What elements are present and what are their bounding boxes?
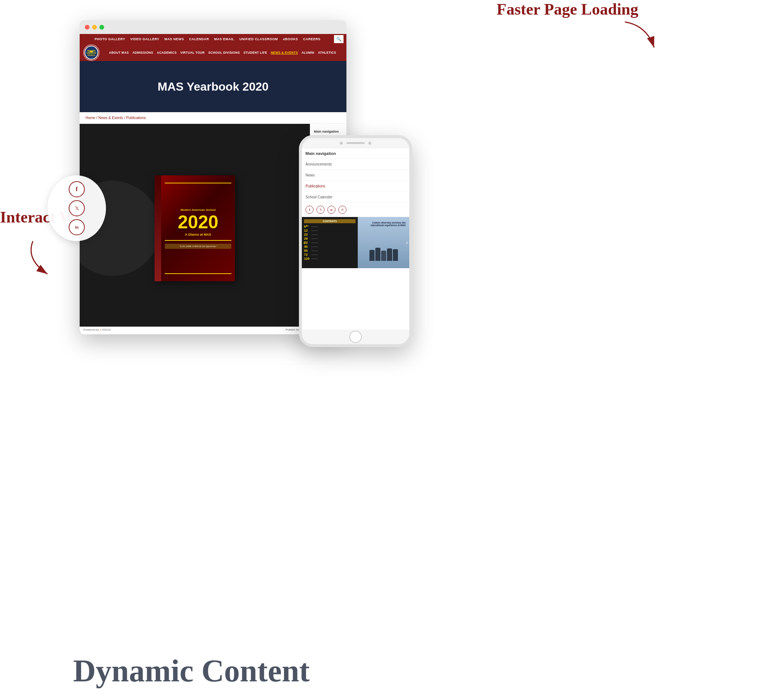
twitter-button[interactable]: 𝕏 bbox=[69, 200, 85, 216]
nav-admissions[interactable]: ADMISSIONS bbox=[132, 51, 153, 55]
nav-video-gallery[interactable]: VIDEO GALLERY bbox=[130, 37, 159, 41]
contents-row-9: 120 ───── bbox=[304, 257, 356, 261]
nav-school-divisions[interactable]: SCHOOL DIVISIONS bbox=[208, 51, 240, 55]
mobile-social-row: f 𝕏 in ✆ bbox=[302, 203, 409, 217]
yearbook-school-name: Modern American School bbox=[180, 208, 216, 211]
nav-ebooks[interactable]: eBOOKS bbox=[283, 37, 298, 41]
mobile-home-button[interactable] bbox=[349, 331, 362, 343]
nav-careers[interactable]: CAREERS bbox=[303, 37, 321, 41]
hero-title: MAS Yearbook 2020 bbox=[158, 80, 269, 94]
site-logo[interactable]: MODERN AMERICAN SCHOOL bbox=[83, 44, 100, 61]
main-nav-bar: MODERN AMERICAN SCHOOL ABOUT MAS ADMISSI… bbox=[80, 44, 346, 61]
nav-about-mas[interactable]: ABOUT MAS bbox=[109, 51, 129, 55]
search-icon: 🔍 bbox=[336, 36, 342, 42]
contents-row-7: 55 ───── bbox=[304, 249, 356, 252]
mobile-item-publications[interactable]: Publications bbox=[302, 181, 409, 192]
yearbook-year: 2020 bbox=[178, 213, 218, 231]
mobile-bottom-bar bbox=[302, 330, 409, 344]
sidebar-title: Main navigation bbox=[310, 128, 346, 136]
nav-academics[interactable]: ACADEMICS bbox=[157, 51, 177, 55]
yearbook-cover: Modern American School 2020 A Glance at … bbox=[155, 175, 235, 281]
mobile-device: Main navigation Announcements News Publi… bbox=[299, 135, 412, 347]
main-navigation: ABOUT MAS ADMISSIONS ACADEMICS VIRTUAL T… bbox=[102, 51, 344, 55]
nav-calendar[interactable]: CALENDAR bbox=[189, 37, 210, 41]
dynamic-content-label: Dynamic Content bbox=[73, 653, 310, 689]
mobile-whatsapp-button[interactable]: ✆ bbox=[338, 206, 346, 214]
mobile-next-button[interactable]: › bbox=[406, 239, 408, 246]
svg-text:SCHOOL: SCHOOL bbox=[88, 54, 95, 56]
mobile-prev-button[interactable]: ‹ bbox=[303, 239, 305, 246]
contents-row-8: 72 ───── bbox=[304, 253, 356, 256]
mobile-photo-caption: Culture diversity enriches the education… bbox=[358, 219, 408, 229]
yearbook-subtitle: A Glance at MAS bbox=[185, 233, 211, 236]
twitter-icon: 𝕏 bbox=[75, 205, 79, 211]
yearbook-quote: "In the middle of difficulty lies opport… bbox=[165, 244, 231, 249]
mobile-whatsapp-icon: ✆ bbox=[341, 208, 344, 211]
nav-athletics[interactable]: ATHLETICS bbox=[318, 51, 336, 55]
mobile-item-news[interactable]: News bbox=[302, 170, 409, 181]
faster-arrow bbox=[603, 18, 676, 62]
facebook-icon: f bbox=[76, 186, 77, 192]
nav-news-events[interactable]: NEWS & EVENTS bbox=[271, 51, 298, 55]
search-button[interactable]: 🔍 bbox=[334, 35, 344, 43]
breadcrumb-publications: Publications bbox=[126, 116, 146, 120]
hero-section: MAS Yearbook 2020 bbox=[80, 61, 346, 112]
nav-photo-gallery[interactable]: PHOTO GALLERY bbox=[95, 37, 125, 41]
faster-page-loading-label: Faster Page Loading bbox=[497, 0, 638, 19]
interact-arrow bbox=[18, 238, 77, 281]
mobile-twitter-button[interactable]: 𝕏 bbox=[316, 206, 325, 214]
minimize-dot[interactable] bbox=[92, 25, 97, 30]
breadcrumb-home[interactable]: Home bbox=[86, 116, 95, 120]
mobile-content-area: Main navigation Announcements News Publi… bbox=[302, 148, 409, 330]
breadcrumb: Home / News & Events / Publications bbox=[80, 112, 346, 124]
contents-row-1: 6⁴³ ───── bbox=[304, 225, 356, 228]
mobile-camera bbox=[340, 142, 343, 145]
contents-row-6: 46 ───── bbox=[304, 245, 356, 248]
nav-alumni[interactable]: ALUMNI bbox=[302, 51, 314, 55]
yearbook-section: Modern American School 2020 A Glance at … bbox=[80, 124, 310, 333]
issuu-footer: Powered by ● ISSUU Publish for Free bbox=[80, 327, 310, 333]
nav-mas-email[interactable]: MAS EMAIL bbox=[214, 37, 234, 41]
mobile-camera-2 bbox=[368, 142, 371, 145]
browser-titlebar bbox=[80, 20, 346, 34]
nav-unified-classroom[interactable]: UNIFIED CLASSROOM bbox=[239, 37, 278, 41]
contents-row-5: 32 ───── bbox=[304, 241, 356, 244]
mobile-contents-panel: CONTENTS 6⁴³ ───── 12 ───── 22 ───── 28 … bbox=[302, 217, 358, 268]
close-dot[interactable] bbox=[85, 25, 89, 30]
mobile-item-announcements[interactable]: Announcements bbox=[302, 159, 409, 170]
mobile-facebook-icon: f bbox=[309, 208, 310, 211]
linkedin-button[interactable]: in bbox=[69, 219, 85, 235]
contents-row-4: 28 ───── bbox=[304, 237, 356, 241]
issuu-powered-by: Powered by ● ISSUU bbox=[83, 328, 111, 331]
mobile-nav-title: Main navigation bbox=[302, 148, 409, 159]
mobile-notch bbox=[302, 138, 409, 148]
contents-header: CONTENTS bbox=[304, 219, 356, 223]
nav-mas-news[interactable]: MAS NEWS bbox=[164, 37, 184, 41]
contents-row-3: 22 ───── bbox=[304, 233, 356, 236]
nav-virtual-tour[interactable]: VIRTUAL TOUR bbox=[180, 51, 205, 55]
maximize-dot[interactable] bbox=[99, 25, 104, 30]
nav-student-life[interactable]: STUDENT LIFE bbox=[243, 51, 267, 55]
breadcrumb-news-events[interactable]: News & Events bbox=[98, 116, 123, 120]
mobile-photo-panel: Culture diversity enriches the education… bbox=[358, 217, 409, 268]
mobile-speaker bbox=[346, 142, 365, 144]
contents-row-2: 12 ───── bbox=[304, 229, 356, 232]
mobile-facebook-button[interactable]: f bbox=[305, 206, 314, 214]
mobile-item-school-calender[interactable]: School Calender bbox=[302, 192, 409, 203]
mobile-yearbook-preview: ‹ CONTENTS 6⁴³ ───── 12 ───── 22 ───── 2… bbox=[302, 217, 409, 268]
mobile-linkedin-icon: in bbox=[330, 209, 333, 211]
mobile-linkedin-button[interactable]: in bbox=[327, 206, 335, 214]
linkedin-icon: in bbox=[75, 225, 78, 230]
facebook-button[interactable]: f bbox=[69, 181, 85, 197]
social-share-circle: f 𝕏 in bbox=[47, 175, 106, 241]
mobile-twitter-icon: 𝕏 bbox=[319, 208, 322, 211]
